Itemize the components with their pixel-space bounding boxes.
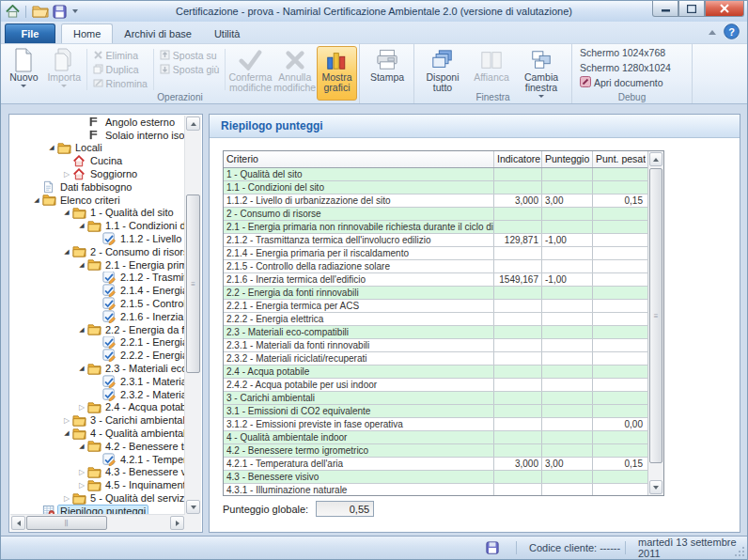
minimize-ribbon-icon[interactable] [709, 30, 716, 35]
help-icon[interactable]: ? [724, 23, 740, 41]
table-row[interactable]: 3 - Carichi ambientali [224, 392, 648, 405]
tree-item[interactable]: Cucina [10, 154, 185, 167]
expander-expanded-icon[interactable] [76, 443, 87, 450]
table-row[interactable]: 3.1.2 - Emissioni previste in fase opera… [224, 418, 648, 431]
expander-expanded-icon[interactable] [76, 365, 87, 372]
tab-archivi-di-base[interactable]: Archivi di base [113, 24, 203, 43]
expander-collapsed-icon[interactable] [76, 403, 87, 412]
expander-expanded-icon[interactable] [61, 248, 72, 256]
apri-documento-button[interactable]: Apri documento [580, 76, 663, 89]
column-header-punt-pesato[interactable]: Punt. pesato [593, 151, 646, 167]
tree-item[interactable]: 4 - Qualità ambientale indoor [10, 427, 185, 440]
schermo-1024x768-button[interactable]: Schermo 1024x768 [580, 46, 665, 59]
table-vertical-scrollbar[interactable]: ≡ [647, 151, 663, 495]
schermo-1280x1024-button[interactable]: Schermo 1280x1024 [580, 61, 671, 74]
expander-collapsed-icon[interactable] [61, 416, 72, 425]
table-row[interactable]: 2.1 - Energia primaria non rinnovabile r… [224, 221, 648, 234]
tree-item[interactable]: 2.1 - Energia primaria non rinn [10, 258, 185, 272]
scroll-right-button[interactable] [170, 516, 184, 530]
tree-item[interactable]: 2.3.2 - Materiali riciclati/rec [10, 388, 185, 401]
expander-collapsed-icon[interactable] [61, 494, 72, 503]
table-row[interactable]: 2.3.1 - Materiali da fonti rinnovabili [224, 339, 648, 352]
tab-home[interactable]: Home [61, 23, 113, 43]
table-row[interactable]: 2.1.5 - Controllo della radiazione solar… [224, 260, 648, 273]
tree-item[interactable]: 2.1.4 - Energia primaria pe [10, 284, 185, 297]
table-row[interactable]: 3.1 - Emissioni di CO2 equivalente [224, 405, 648, 418]
table-row[interactable]: 2.1.2 - Trasmittanza termica dell'involu… [224, 234, 648, 247]
tree-item[interactable]: 4.2.1 - Temperatura dell'ar [10, 453, 185, 466]
tree-item[interactable]: 2.2.1 - Energia termica per [10, 336, 185, 350]
duplica-button[interactable]: Duplica [89, 63, 151, 76]
table-row[interactable]: 2 - Consumo di risorse [224, 208, 648, 221]
tree-item[interactable]: 3 - Carichi ambientali [10, 413, 185, 427]
home-icon[interactable] [6, 5, 20, 18]
tree-item[interactable]: 2.3.1 - Materiali da fonti rin [10, 375, 185, 388]
tree-item[interactable]: 2.2.2 - Energia elettrica [10, 349, 185, 362]
scroll-up-button[interactable] [186, 117, 200, 131]
table-row[interactable]: 1 - Qualità del sito [224, 168, 648, 181]
table-row[interactable]: 2.1.4 - Energia primaria per il riscalda… [224, 247, 648, 260]
table-row[interactable]: 2.2.1 - Energia termica per ACS [224, 300, 648, 313]
table-row[interactable]: 2.4.2 - Acqua potabile per usi indoor [224, 379, 648, 392]
open-folder-icon[interactable] [32, 5, 49, 18]
tree-item[interactable]: 2.1.5 - Controllo della radia [10, 297, 185, 310]
sposta-giu-button[interactable]: Sposta giù [156, 63, 224, 76]
table-row[interactable]: 2.2 - Energia da fonti rinnovabili [224, 287, 648, 300]
tree-item[interactable]: 4.3 - Benessere visivo [10, 466, 185, 479]
tree-item[interactable]: 1.1 - Condizioni del sito [10, 219, 185, 232]
scroll-left-button[interactable] [11, 516, 25, 530]
sposta-su-button[interactable]: Sposta su [156, 49, 224, 62]
expander-collapsed-icon[interactable] [76, 481, 87, 490]
scrollbar-thumb[interactable]: ≡ [186, 194, 200, 373]
qat-dropdown-icon[interactable] [72, 9, 78, 13]
tree-item[interactable]: 2.1.2 - Trasmittanza termic [10, 272, 185, 285]
expander-expanded-icon[interactable] [46, 144, 57, 151]
tree-item[interactable]: Elenco criteri [10, 194, 185, 207]
table-row[interactable]: 2.4 - Acqua potabile [224, 366, 648, 379]
tree-vertical-scrollbar[interactable]: ≡ [184, 116, 201, 515]
tree-horizontal-scrollbar[interactable]: 𝍪 [10, 514, 185, 531]
global-score-field[interactable]: 0,55 [316, 501, 374, 517]
table-row[interactable]: 4.2.1 - Temperatura dell'aria3,0003,000,… [224, 458, 648, 471]
table-row[interactable]: 4.2 - Benessere termo igrometrico [224, 444, 648, 458]
tree-item[interactable]: 5 - Qualità del servizio [10, 491, 185, 505]
tree-item[interactable]: 1 - Qualità del sito [10, 207, 185, 220]
scrollbar-thumb[interactable]: 𝍪 [26, 516, 107, 530]
tree-item[interactable]: Soggiorno [10, 167, 185, 180]
tab-utilita[interactable]: Utilità [203, 24, 252, 43]
table-row[interactable]: 4.3.1 - Illuminazione naturale [224, 484, 648, 496]
column-header-criterio[interactable]: Criterio [224, 151, 494, 167]
expander-expanded-icon[interactable] [61, 209, 72, 216]
save-icon[interactable] [53, 5, 67, 19]
table-row[interactable]: 2.1.6 - Inerzia termica dell'edificio154… [224, 273, 648, 287]
tree-item[interactable]: 4.5 - Inquinamento elettromag [10, 478, 185, 491]
tree-item[interactable]: Angolo esterno [10, 116, 185, 129]
expander-expanded-icon[interactable] [31, 196, 42, 204]
scroll-down-button[interactable] [649, 480, 662, 494]
table-row[interactable]: 1.1.2 - Livello di urbanizzazione del si… [224, 194, 648, 208]
expander-expanded-icon[interactable] [76, 326, 87, 334]
expander-expanded-icon[interactable] [76, 222, 87, 229]
expander-expanded-icon[interactable] [76, 261, 87, 269]
expander-collapsed-icon[interactable] [76, 468, 87, 476]
minimize-button[interactable] [652, 1, 678, 17]
table-row[interactable]: 2.3.2 - Materiali riciclati/recuperati [224, 352, 648, 366]
stampa-button[interactable]: Stampa [363, 46, 412, 101]
column-header-punteggio[interactable]: Punteggio [542, 151, 593, 167]
table-row[interactable]: 4.3 - Benessere visivo [224, 471, 648, 484]
maximize-button[interactable] [678, 1, 705, 17]
tree-item[interactable]: Solaio interno isolato all'est [10, 129, 185, 142]
tree-item[interactable]: 2.1.6 - Inerzia termica dell' [10, 310, 185, 323]
resize-grip-icon[interactable] [734, 546, 745, 557]
scroll-up-button[interactable] [649, 152, 662, 166]
close-button[interactable] [705, 1, 744, 17]
scrollbar-thumb[interactable]: ≡ [649, 168, 662, 463]
rinomina-button[interactable]: Rinomina [89, 77, 151, 90]
expander-collapsed-icon[interactable] [61, 170, 72, 179]
tree-item[interactable]: 2 - Consumo di risorse [10, 245, 185, 258]
tree-item[interactable]: 2.2 - Energia da fonti rinnovab [10, 323, 185, 336]
tab-file[interactable]: File [5, 23, 55, 43]
scroll-down-button[interactable] [186, 500, 200, 514]
tree-item[interactable]: 1.1.2 - Livello di urbanizzaz [10, 232, 185, 245]
elimina-button[interactable]: Elimina [89, 49, 151, 62]
